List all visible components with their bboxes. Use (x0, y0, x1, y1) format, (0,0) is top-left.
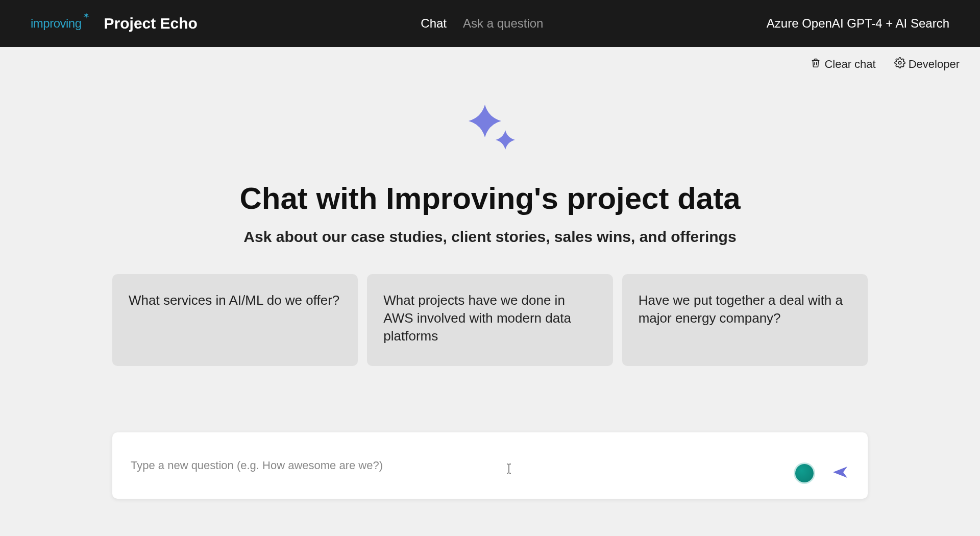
chat-toolbar: Clear chat Developer (0, 47, 980, 77)
brand-logo[interactable]: improving (31, 16, 92, 31)
chat-input-area (112, 432, 868, 499)
chat-input[interactable] (131, 459, 795, 472)
header-left: improving Project Echo (31, 15, 198, 32)
gear-icon (894, 57, 905, 71)
clear-chat-label: Clear chat (824, 58, 875, 71)
sparkles-icon (457, 97, 523, 165)
suggestion-card[interactable]: Have we put together a deal with a major… (622, 274, 868, 366)
send-icon (832, 465, 849, 482)
header-nav: Chat Ask a question (421, 16, 543, 31)
voice-orb-button[interactable] (795, 464, 814, 482)
svg-point-0 (898, 61, 901, 64)
project-title: Project Echo (104, 15, 198, 32)
nav-ask-question[interactable]: Ask a question (463, 16, 543, 31)
app-header: improving Project Echo Chat Ask a questi… (0, 0, 980, 47)
send-button[interactable] (832, 465, 849, 482)
page-subheadline: Ask about our case studies, client stori… (243, 228, 736, 246)
developer-button[interactable]: Developer (894, 57, 960, 71)
nav-chat[interactable]: Chat (421, 16, 447, 31)
trash-icon (810, 57, 821, 71)
model-label: Azure OpenAI GPT-4 + AI Search (767, 16, 949, 31)
logo-text: improving (31, 16, 82, 31)
suggestion-card[interactable]: What projects have we done in AWS involv… (367, 274, 612, 366)
suggestion-row: What services in AI/ML do we offer? What… (112, 274, 868, 366)
suggestion-card[interactable]: What services in AI/ML do we offer? (112, 274, 358, 366)
page-headline: Chat with Improving's project data (239, 181, 740, 216)
logo-spark-icon (81, 11, 92, 26)
input-actions (795, 464, 849, 482)
developer-label: Developer (909, 58, 960, 71)
main-content: Chat with Improving's project data Ask a… (0, 77, 980, 499)
clear-chat-button[interactable]: Clear chat (810, 57, 875, 71)
